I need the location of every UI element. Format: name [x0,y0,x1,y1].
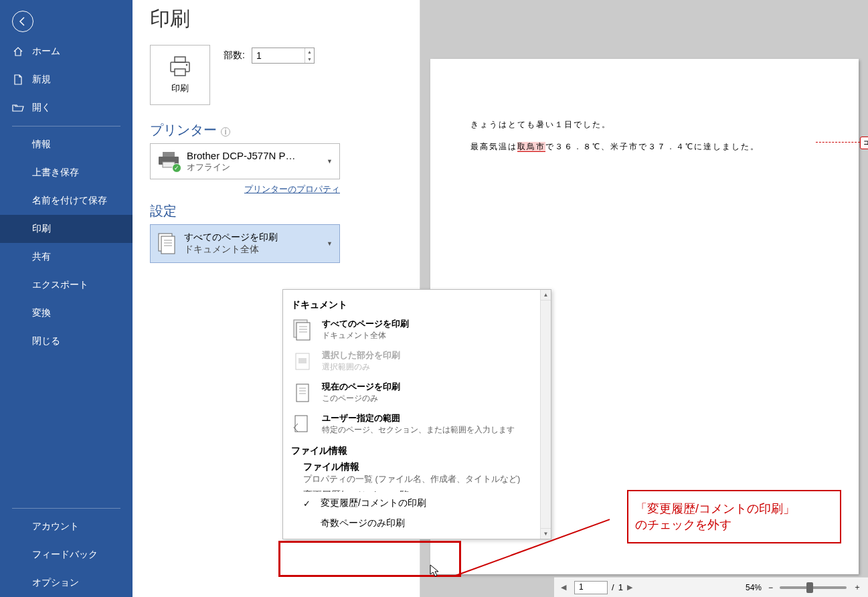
dropdown-check-print-markup[interactable]: ✓ 変更履歴/コメントの印刷 [283,492,540,515]
page-number-input[interactable]: 1 [574,581,608,594]
svg-rect-26 [295,416,307,432]
backstage-sidebar: ホーム 新規 開く 情報 上書き保存 名前を付けて保存 印刷 共有 エクスポート… [0,0,133,597]
dropdown-item-selection: 選択した部分を印刷選択範囲のみ [283,345,540,377]
main-area: 印刷 印刷 部数: 1 ▲▼ プリンター i ✓ [133,0,868,597]
dropdown-item-file-info[interactable]: ファイル情報 [303,461,532,473]
nav-label: 開く [32,102,51,114]
document-range-icon [291,413,314,436]
dropdown-item-custom-range[interactable]: ユーザー指定の範囲特定のページ、セクション、または範囲を入力します [283,408,540,440]
chevron-down-icon: ▼ [327,158,333,165]
page-title: 印刷 [150,5,402,33]
dropdown-check-odd-pages[interactable]: 奇数ページのみ印刷 [283,515,540,535]
doc-line-1: きょうはとても暑い１日でした。 [470,119,818,131]
range-title: すべてのページを印刷 [184,232,278,244]
copies-value: 1 [252,50,305,61]
chevron-down-icon: ▼ [327,240,333,247]
nav-options[interactable]: オプション [0,569,133,597]
nav-open[interactable]: 開く [0,94,133,122]
scroll-up-icon[interactable]: ▲ [541,290,551,301]
copies-spinner[interactable]: 1 ▲▼ [252,48,315,64]
range-subtitle: ドキュメント全体 [184,244,278,256]
nav-label: ホーム [32,46,60,58]
document-stack-icon [291,319,314,341]
dropdown-section-file-info: ファイル情報 [283,440,540,460]
nav-home[interactable]: ホーム [0,37,133,66]
printer-status-icon: ✓ [157,151,180,171]
prev-page-icon[interactable]: ◀ [561,583,570,592]
home-icon [12,46,24,58]
document-page-icon [291,381,314,404]
zoom-control: 54% − ＋ [746,582,861,593]
scroll-down-icon[interactable]: ▼ [541,528,551,539]
printer-heading: プリンター [150,121,217,139]
zoom-in-icon[interactable]: ＋ [853,582,861,593]
nav-info[interactable]: 情報 [0,131,133,159]
copies-label: 部数: [224,50,245,62]
svg-rect-8 [163,152,175,157]
nav-account[interactable]: アカウント [0,513,133,541]
dropdown-item-truncated[interactable]: 変更履歴/コメントの一覧 [283,487,540,492]
check-icon: ✓ [172,163,181,173]
nav-share[interactable]: 共有 [0,243,133,271]
info-icon[interactable]: i [221,127,230,137]
preview-footer: ◀ 1 / 1 ▶ 54% − ＋ [554,577,868,597]
back-button[interactable] [12,11,33,32]
doc-line-2: 最高気温は取鳥市で３６．８℃、米子市で３７．４℃に達しました。 [470,141,818,153]
dropdown-section-document: ドキュメント [283,294,540,314]
printer-selector[interactable]: ✓ Brother DCP-J577N P… オフライン ▼ [150,143,340,179]
printer-status: オフライン [187,161,296,173]
arrow-left-icon [17,16,28,27]
zoom-slider-thumb[interactable] [806,582,813,593]
svg-rect-22 [296,384,309,402]
printer-name: Brother DCP-J577N P… [187,150,296,161]
nav-separator [12,508,120,509]
spin-down-icon[interactable]: ▼ [305,56,314,63]
svg-rect-21 [298,358,307,363]
svg-point-6 [186,64,188,66]
copies-control: 部数: 1 ▲▼ [224,48,315,64]
print-button[interactable]: 印刷 [150,45,210,105]
zoom-value: 54% [746,583,762,592]
cursor-icon [430,564,440,578]
spin-up-icon[interactable]: ▲ [305,48,314,56]
document-icon [157,232,176,255]
print-range-dropdown: ▲ ▼ ドキュメント すべてのページを印刷ドキュメント全体 選択した部分を印刷選… [282,289,551,539]
nav-export[interactable]: エクスポート [0,271,133,299]
nav-feedback[interactable]: フィードバック [0,541,133,569]
nav-transform[interactable]: 変換 [0,299,133,327]
dropdown-scrollbar[interactable]: ▲ ▼ [540,290,551,539]
tracked-change-highlight: 取鳥市 [517,142,545,152]
folder-open-icon [12,102,24,114]
nav-separator [12,126,120,126]
checkmark-icon: ✓ [303,499,313,509]
zoom-out-icon[interactable]: − [768,583,773,592]
dropdown-item-all-pages[interactable]: すべてのページを印刷ドキュメント全体 [283,314,540,345]
next-page-icon[interactable]: ▶ [627,583,636,592]
dropdown-item-current-page[interactable]: 現在のページを印刷このページのみ [283,377,540,408]
nav-new[interactable]: 新規 [0,66,133,94]
comment-connector [816,142,860,143]
svg-rect-11 [161,236,175,254]
svg-rect-5 [175,69,185,76]
svg-rect-16 [296,323,310,340]
document-selection-icon [291,350,314,373]
nav-print[interactable]: 印刷 [0,215,133,243]
nav-save-as[interactable]: 名前を付けて保存 [0,187,133,215]
print-button-label: 印刷 [171,82,189,94]
new-doc-icon [12,74,24,86]
settings-heading: 設定 [150,202,402,220]
printer-properties-link[interactable]: プリンターのプロパティ [150,183,340,195]
nav-label: 新規 [32,74,51,86]
print-range-selector[interactable]: すべてのページを印刷 ドキュメント全体 ▼ [150,224,340,263]
svg-rect-4 [175,57,185,62]
tutorial-callout: 「変更履歴/コメントの印刷」 のチェックを外す [627,490,841,543]
nav-save[interactable]: 上書き保存 [0,159,133,187]
comment-balloon: コメントの追加 [y1]: 鳥取市が正しい [860,137,869,149]
page-total: 1 [618,582,623,592]
printer-icon [167,56,193,78]
nav-close[interactable]: 閉じる [0,327,133,355]
zoom-slider[interactable] [780,586,847,589]
